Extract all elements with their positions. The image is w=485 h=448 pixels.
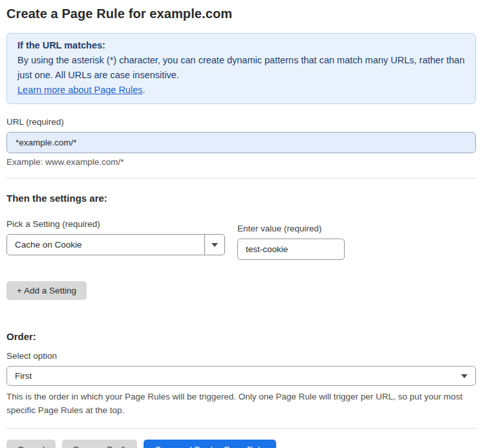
link-period: . xyxy=(142,85,145,95)
order-heading: Order: xyxy=(6,331,476,342)
section-divider xyxy=(6,178,476,178)
setting-select[interactable]: Cache on Cookie xyxy=(6,234,225,255)
caret-down-icon xyxy=(461,374,468,378)
info-box-heading: If the URL matches: xyxy=(17,38,465,53)
learn-more-link[interactable]: Learn more about Page Rules xyxy=(17,85,142,95)
cancel-button[interactable]: Cancel xyxy=(6,440,56,448)
create-page-rule-panel: Create a Page Rule for example.com If th… xyxy=(0,0,485,448)
save-deploy-button[interactable]: Save and Deploy Page Rule xyxy=(144,440,277,448)
footer-actions: Cancel Save as Draft Save and Deploy Pag… xyxy=(6,440,476,448)
caret-down-icon xyxy=(211,243,218,247)
setting-value-group: Enter value (required) xyxy=(237,224,345,260)
settings-row: Pick a Setting (required) Cache on Cooki… xyxy=(6,219,476,260)
url-field-group: URL (required) Example: www.example.com/… xyxy=(6,117,476,167)
settings-heading: Then the settings are: xyxy=(6,193,476,204)
enter-value-label: Enter value (required) xyxy=(237,224,345,233)
add-setting-button[interactable]: + Add a Setting xyxy=(6,281,87,300)
info-box-body: By using the asterisk (*) character, you… xyxy=(17,53,465,83)
info-link-row: Learn more about Page Rules. xyxy=(17,83,465,98)
order-select-label: Select option xyxy=(6,351,476,361)
page-title: Create a Page Rule for example.com xyxy=(6,6,476,21)
order-help-text: This is the order in which your Page Rul… xyxy=(6,390,476,417)
footer-divider xyxy=(6,428,476,429)
save-draft-button[interactable]: Save as Draft xyxy=(62,440,137,448)
setting-select-value: Cache on Cookie xyxy=(7,240,204,250)
setting-picker-group: Pick a Setting (required) Cache on Cooki… xyxy=(6,219,225,260)
setting-value-input[interactable] xyxy=(237,239,345,260)
url-input[interactable] xyxy=(6,132,476,153)
caret-down-icon xyxy=(204,235,224,255)
url-label: URL (required) xyxy=(6,117,476,127)
url-example-hint: Example: www.example.com/* xyxy=(6,157,476,167)
setting-picker-label: Pick a Setting (required) xyxy=(6,219,225,229)
url-match-info-box: If the URL matches: By using the asteris… xyxy=(6,33,476,104)
order-select[interactable]: First xyxy=(6,366,476,386)
order-select-value: First xyxy=(7,371,461,381)
